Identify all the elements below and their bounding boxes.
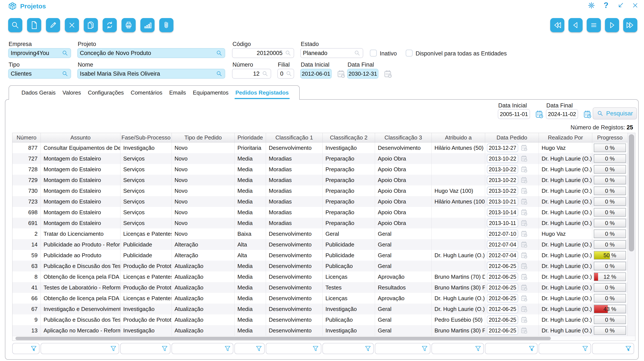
data-pedido-calendar-button[interactable]	[520, 144, 528, 152]
lookup-magnifier-icon[interactable]	[354, 50, 361, 57]
previous-record-button[interactable]	[568, 18, 582, 32]
table-row[interactable]: 729Montagem do EstaleiroServiçosNovoMedi…	[12, 175, 628, 185]
lookup-magnifier-icon[interactable]	[285, 50, 292, 57]
inativo-checkbox[interactable]	[370, 50, 377, 57]
filter-assunto[interactable]	[40, 343, 119, 354]
help-button[interactable]: ?	[602, 1, 610, 10]
horizontal-scrollbar[interactable]	[12, 336, 635, 340]
tab-pedidos-registados[interactable]: Pedidos Registados	[232, 86, 292, 100]
data-pedido-input[interactable]: 2012-07-04	[487, 240, 518, 249]
new-record-button[interactable]	[27, 18, 41, 32]
filter-atribuido-a[interactable]	[432, 343, 484, 354]
vertical-scrollbar[interactable]	[628, 133, 635, 336]
filter-prioridade[interactable]	[234, 343, 265, 354]
tab-dados-gerais[interactable]: Dados Gerais	[18, 86, 59, 100]
column-header-classificacao-3[interactable]: Classificação 3	[375, 133, 432, 142]
data-pedido-calendar-button[interactable]	[520, 327, 528, 334]
data-pedido-input[interactable]: 2012-06-25	[487, 305, 518, 313]
column-header-prioridade[interactable]: Prioridade	[235, 133, 266, 142]
data-pedido-input[interactable]: 2012-06-25	[487, 283, 518, 292]
data-pedido-input[interactable]: 2012-07-10	[487, 229, 518, 238]
data-pedido-calendar-button[interactable]	[520, 219, 528, 227]
estado-input[interactable]: Planeado	[300, 48, 363, 58]
settings-button[interactable]	[587, 1, 596, 10]
panel-data-inicial-input[interactable]: 2005-11-01	[498, 109, 530, 119]
filter-classificacao-3[interactable]	[375, 343, 430, 354]
column-header-numero[interactable]: Número	[12, 133, 41, 142]
column-header-atribuido-a[interactable]: Atribuido a	[432, 133, 485, 142]
data-pedido-input[interactable]: 2013-10-22	[487, 176, 518, 184]
refresh-button[interactable]	[102, 18, 117, 32]
tipo-input[interactable]: Clientes	[8, 69, 71, 79]
lookup-magnifier-icon[interactable]	[286, 70, 292, 77]
data-inicial-calendar-button[interactable]	[336, 69, 346, 79]
data-pedido-calendar-button[interactable]	[520, 284, 528, 291]
data-pedido-calendar-button[interactable]	[520, 241, 528, 248]
data-pedido-input[interactable]: 2013-10-22	[487, 187, 518, 195]
column-header-classificacao-1[interactable]: Classificação 1	[266, 133, 323, 142]
last-record-button[interactable]	[623, 18, 637, 32]
data-pedido-input[interactable]: 2013-10-22	[487, 154, 518, 163]
data-pedido-calendar-button[interactable]	[520, 165, 528, 173]
filter-tipo-de-pedido[interactable]	[172, 343, 233, 354]
panel-data-inicial-calendar-button[interactable]	[535, 110, 544, 119]
table-row[interactable]: 63Publicação e Discusão dos TesteProduçã…	[12, 261, 628, 271]
data-pedido-calendar-button[interactable]	[520, 273, 528, 281]
data-pedido-calendar-button[interactable]	[520, 198, 528, 205]
data-final-calendar-button[interactable]	[384, 69, 393, 79]
table-row[interactable]: 691Montagem do EstaleiroServiçosNovoMedi…	[12, 218, 628, 228]
table-row[interactable]: 728Montagem do EstaleiroServiçosNovoMedi…	[12, 164, 628, 175]
empresa-input[interactable]: Improving4You	[8, 48, 71, 58]
data-pedido-input[interactable]: 2013-10-14	[487, 208, 518, 217]
data-inicial-input[interactable]: 2012-06-01	[300, 69, 332, 79]
data-pedido-calendar-button[interactable]	[520, 230, 528, 238]
table-row[interactable]: 66Obtenção de licença pela FDALicenças e…	[12, 293, 628, 304]
nome-input[interactable]: Isabel Maria Silva Reis Oliveira	[77, 69, 225, 79]
lookup-magnifier-icon[interactable]	[62, 50, 68, 57]
tab-equipamentos[interactable]: Equipamentos	[189, 86, 232, 100]
data-pedido-input[interactable]: 2012-07-04	[487, 251, 518, 260]
table-row[interactable]: 8Obtenção de licença pela FDA - ILicença…	[12, 271, 628, 282]
copy-button[interactable]	[84, 18, 98, 32]
tab-comentarios[interactable]: Comentários	[127, 86, 166, 100]
attachments-button[interactable]	[159, 18, 174, 32]
table-row[interactable]: 67Investigação e DesenvolvimentoInvestig…	[12, 304, 628, 314]
data-pedido-input[interactable]: 2013-10-22	[487, 165, 518, 174]
filter-fase-sub-processo[interactable]	[120, 343, 170, 354]
table-row[interactable]: 2Tratar do LicenciamentoLicenças e Paten…	[12, 228, 628, 239]
data-pedido-calendar-button[interactable]	[520, 305, 528, 313]
data-pedido-calendar-button[interactable]	[520, 251, 528, 259]
data-pedido-calendar-button[interactable]	[520, 316, 528, 324]
column-header-tipo-de-pedido[interactable]: Tipo de Pedido	[172, 133, 235, 142]
data-pedido-input[interactable]: 2012-06-25	[487, 262, 518, 270]
tab-emails[interactable]: Emails	[166, 86, 189, 100]
first-record-button[interactable]	[550, 18, 564, 32]
table-row[interactable]: 730Montagem do EstaleiroServiçosNovoMedi…	[12, 185, 628, 196]
data-pedido-input[interactable]: 2013-10-21	[487, 197, 518, 206]
lookup-magnifier-icon[interactable]	[216, 50, 222, 57]
list-records-button[interactable]	[587, 18, 601, 32]
column-header-classificacao-2[interactable]: Classificação 2	[323, 133, 375, 142]
data-pedido-input[interactable]: 2012-06-25	[487, 315, 518, 324]
data-pedido-calendar-button[interactable]	[520, 262, 528, 270]
table-row[interactable]: 723Montagem do EstaleiroServiçosNovoMedi…	[12, 196, 628, 207]
data-pedido-input[interactable]: 2013-12-27	[487, 144, 518, 152]
filter-classificacao-2[interactable]	[322, 343, 374, 354]
print-button[interactable]	[122, 18, 136, 32]
data-final-input[interactable]: 2030-12-31	[347, 69, 378, 79]
numero-input[interactable]: 12	[232, 69, 271, 79]
data-pedido-calendar-button[interactable]	[520, 176, 528, 184]
table-row[interactable]: 13Aplicação no Mercado - ReformuInvestig…	[12, 325, 628, 336]
filter-realizado-por[interactable]	[538, 343, 591, 354]
chart-button[interactable]	[140, 18, 154, 32]
horizontal-scrollbar-thumb[interactable]	[16, 337, 551, 340]
filter-data-pedido[interactable]	[485, 343, 538, 354]
edit-button[interactable]	[46, 18, 60, 32]
codigo-input[interactable]: 20120005	[232, 48, 294, 58]
column-header-realizado-por[interactable]: Realizado Por	[539, 133, 592, 142]
filter-classificacao-1[interactable]	[266, 343, 321, 354]
column-header-assunto[interactable]: Assunto	[41, 133, 120, 142]
data-pedido-calendar-button[interactable]	[520, 294, 528, 302]
data-pedido-calendar-button[interactable]	[520, 208, 528, 216]
tab-configuracoes[interactable]: Configurações	[84, 86, 127, 100]
